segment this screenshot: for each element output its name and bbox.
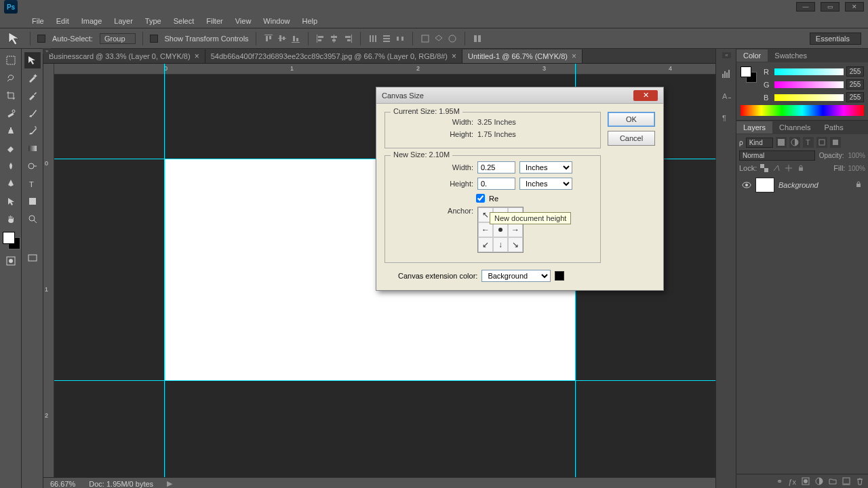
- anchor-s[interactable]: ↓: [493, 237, 508, 252]
- align-right-icon[interactable]: [342, 33, 353, 44]
- zoom-tool-icon[interactable]: [24, 211, 41, 227]
- histogram-icon[interactable]: [721, 68, 732, 81]
- new-height-unit-select[interactable]: Inches: [519, 178, 572, 190]
- menu-help[interactable]: Help: [296, 17, 323, 25]
- foreground-swatch[interactable]: [3, 232, 15, 244]
- distribute-2-icon[interactable]: [381, 33, 392, 44]
- close-button[interactable]: ✕: [845, 2, 864, 12]
- anchor-e[interactable]: →: [508, 222, 523, 237]
- visibility-eye-icon[interactable]: [742, 180, 751, 190]
- anchor-w[interactable]: ←: [478, 222, 493, 237]
- lock-all-icon[interactable]: [796, 163, 806, 173]
- screen-mode-tool-icon[interactable]: [24, 250, 41, 266]
- relative-checkbox[interactable]: [476, 194, 485, 203]
- maximize-button[interactable]: ▭: [821, 2, 840, 12]
- doc-tab-2[interactable]: Untitled-1 @ 66.7% (CMYK/8) ×: [462, 49, 583, 63]
- color-tab[interactable]: Color: [736, 49, 768, 62]
- workspace-switcher[interactable]: Essentials: [810, 33, 861, 45]
- align-top-icon[interactable]: [263, 33, 274, 44]
- brush-tool-icon[interactable]: [24, 105, 41, 121]
- color-spectrum[interactable]: [741, 105, 864, 116]
- 3d-mode-1-icon[interactable]: [420, 33, 431, 44]
- menu-view[interactable]: View: [229, 17, 258, 25]
- anchor-sw[interactable]: ↙: [478, 237, 493, 252]
- menu-file[interactable]: File: [26, 17, 50, 25]
- b-slider[interactable]: [774, 94, 844, 101]
- lock-transparency-icon[interactable]: [760, 163, 769, 173]
- move-tool-icon[interactable]: [24, 52, 41, 68]
- 3d-options-icon[interactable]: [472, 33, 483, 44]
- layer-name[interactable]: Background: [778, 181, 818, 189]
- filter-pixel-icon[interactable]: [776, 137, 787, 148]
- align-bottom-icon[interactable]: [290, 33, 301, 44]
- ruler-vertical[interactable]: 0 1 2: [43, 64, 54, 477]
- eraser-tool-icon[interactable]: [3, 140, 19, 157]
- collapse-handle-left[interactable]: »: [43, 48, 51, 54]
- menu-type[interactable]: Type: [139, 17, 167, 25]
- extension-color-swatch[interactable]: [555, 271, 564, 281]
- filter-shape-icon[interactable]: [816, 137, 827, 148]
- menu-image[interactable]: Image: [75, 17, 108, 25]
- opacity-value[interactable]: 100%: [848, 152, 865, 159]
- menu-filter[interactable]: Filter: [200, 17, 229, 25]
- close-icon[interactable]: ×: [572, 52, 576, 61]
- lock-position-icon[interactable]: [784, 163, 793, 173]
- new-width-input[interactable]: [477, 161, 515, 174]
- guide-vertical[interactable]: [164, 64, 165, 477]
- minimize-button[interactable]: —: [796, 2, 815, 12]
- new-height-input[interactable]: [477, 178, 515, 190]
- foreground-background-swatches[interactable]: [0, 230, 22, 252]
- fill-value[interactable]: 100%: [848, 165, 865, 172]
- statusbar-arrow-icon[interactable]: ▶: [167, 479, 172, 488]
- zoom-level[interactable]: 66.67%: [50, 480, 75, 488]
- group-icon[interactable]: [829, 477, 837, 487]
- fg-mini-swatch[interactable]: [741, 66, 751, 77]
- swatches-tab[interactable]: Swatches: [768, 49, 814, 62]
- guide-horizontal[interactable]: [54, 380, 715, 381]
- doc-size[interactable]: Doc: 1.95M/0 bytes: [89, 480, 153, 488]
- dialog-titlebar[interactable]: Canvas Size ✕: [376, 87, 663, 104]
- align-hcenter-icon[interactable]: [329, 33, 340, 44]
- menu-layer[interactable]: Layer: [108, 17, 139, 25]
- filter-kind-select[interactable]: Kind: [746, 138, 773, 148]
- cancel-button[interactable]: Cancel: [608, 131, 655, 146]
- blur-tool-icon[interactable]: [3, 158, 19, 174]
- history-brush-tool-icon[interactable]: [24, 123, 41, 139]
- magic-wand-tool-icon[interactable]: [24, 70, 41, 86]
- 3d-mode-2-icon[interactable]: [433, 33, 444, 44]
- fx-icon[interactable]: ƒx: [788, 478, 796, 486]
- r-slider[interactable]: [774, 68, 844, 75]
- auto-select-checkbox[interactable]: [37, 35, 45, 43]
- paths-tab[interactable]: Paths: [818, 121, 850, 134]
- align-left-icon[interactable]: [315, 33, 326, 44]
- quickmask-tool-icon[interactable]: [3, 253, 19, 269]
- lock-image-icon[interactable]: [772, 163, 781, 173]
- hand-tool-icon[interactable]: [3, 211, 19, 227]
- menu-edit[interactable]: Edit: [50, 17, 75, 25]
- 3d-mode-3-icon[interactable]: [447, 33, 458, 44]
- anchor-center[interactable]: [493, 222, 508, 237]
- extension-color-select[interactable]: Background: [481, 270, 551, 282]
- eyedropper-tool-icon[interactable]: [24, 87, 41, 104]
- new-width-unit-select[interactable]: Inches: [519, 161, 572, 174]
- adjustment-layer-icon[interactable]: [815, 477, 823, 487]
- character-panel-icon[interactable]: A: [721, 90, 732, 102]
- menu-window[interactable]: Window: [257, 17, 296, 25]
- crop-tool-icon[interactable]: [3, 87, 19, 104]
- distribute-3-icon[interactable]: [395, 33, 406, 44]
- healing-brush-tool-icon[interactable]: [3, 105, 19, 121]
- dialog-close-button[interactable]: ✕: [633, 90, 658, 101]
- trash-icon[interactable]: [856, 477, 864, 487]
- b-value[interactable]: 255: [846, 92, 864, 102]
- layer-item-background[interactable]: Background: [739, 176, 865, 195]
- gradient-tool-icon[interactable]: [24, 140, 41, 157]
- filter-smart-icon[interactable]: [830, 137, 841, 148]
- layers-tab[interactable]: Layers: [736, 121, 772, 134]
- clone-stamp-tool-icon[interactable]: [3, 123, 19, 139]
- close-icon[interactable]: ×: [195, 52, 199, 61]
- shape-tool-icon[interactable]: [24, 193, 41, 209]
- filter-type-icon[interactable]: T: [803, 137, 814, 148]
- doc-tab-1[interactable]: 54db66a400f723d6893ee23cc89c3957.jpg @ 6…: [205, 49, 462, 63]
- auto-select-target[interactable]: Group: [100, 33, 136, 44]
- channels-tab[interactable]: Channels: [772, 121, 817, 134]
